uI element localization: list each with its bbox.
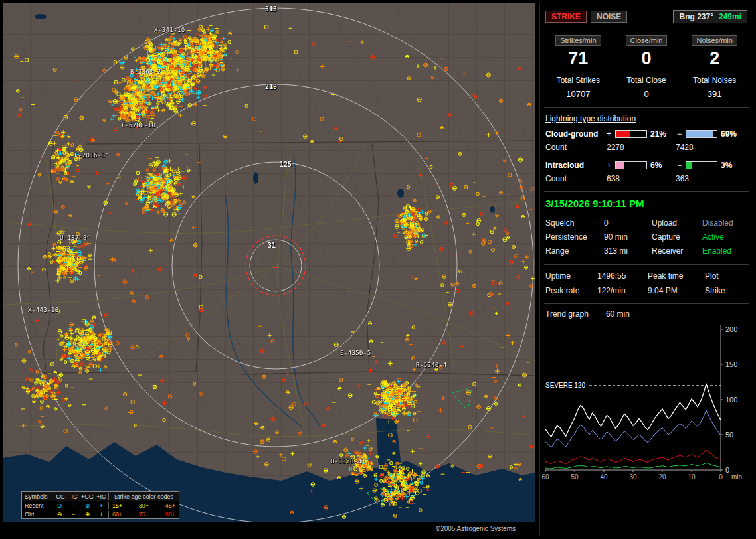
total-noises-value: 391 bbox=[680, 89, 749, 99]
range-ring-label: 313 bbox=[265, 5, 277, 13]
cg-positive-pct: 21% bbox=[650, 129, 673, 139]
storm-cell-label: U-187-8^ bbox=[60, 234, 91, 241]
y-tick-label: 200 bbox=[725, 325, 737, 333]
cg-positive-count: 2278 bbox=[607, 143, 676, 152]
ic-positive-count: 638 bbox=[607, 174, 676, 183]
y-tick-label: 150 bbox=[725, 360, 737, 368]
distribution-title: Lightning type distribution bbox=[540, 108, 753, 127]
squelch-value: 0 bbox=[604, 218, 652, 228]
panel-header: STRIKE NOISE Bng 237° 249mi bbox=[540, 3, 753, 26]
strike-toggle-button[interactable]: STRIKE bbox=[545, 11, 587, 23]
count-label: Count bbox=[545, 143, 607, 152]
storm-cell-label: B-3363-2 bbox=[130, 68, 161, 75]
x-axis-unit: min bbox=[731, 473, 742, 481]
lightning-strikes-layer[interactable] bbox=[3, 3, 535, 522]
total-counters: Total Strikes 10707 Total Close 0 Total … bbox=[540, 69, 753, 103]
trend-series-intracloud bbox=[545, 463, 721, 468]
y-tick-label: 0 bbox=[725, 466, 729, 474]
storm-cell-label: T-5786-10 bbox=[121, 122, 155, 129]
squelch-label: Squelch bbox=[545, 218, 604, 228]
range-ring-label: 219 bbox=[265, 83, 277, 90]
noises-per-min-value: 2 bbox=[680, 48, 749, 69]
ic-positive-icon: + bbox=[94, 511, 108, 518]
trend-series-total-strike-rate bbox=[545, 384, 721, 437]
x-tick-label: 50 bbox=[571, 473, 579, 481]
ic-negative-bar bbox=[686, 161, 717, 169]
age-code: 75+ bbox=[139, 511, 149, 518]
trend-graph-label: Trend graph bbox=[545, 309, 589, 319]
peak-time-label: Peak time bbox=[648, 271, 705, 281]
range-ring-label: 31 bbox=[268, 242, 276, 249]
intracloud-row: Intracloud + 6% − 3% bbox=[540, 159, 753, 172]
strikes-per-min-label: Strikes/min bbox=[555, 35, 601, 46]
noise-toggle-button[interactable]: NOISE bbox=[591, 11, 627, 23]
ic-negative-icon: − bbox=[66, 502, 80, 509]
x-tick-label: 60 bbox=[541, 473, 549, 481]
cg-positive-bar bbox=[615, 130, 647, 138]
trend-window-value: 60 min bbox=[606, 309, 630, 319]
uptime-label: Uptime bbox=[545, 271, 597, 281]
session-info: Uptime 1496:55 Peak time Plot Peak rate … bbox=[540, 265, 753, 299]
total-strikes-value: 10707 bbox=[544, 89, 613, 99]
trend-graph: 0501001502006050403020100minSEVERE 120 bbox=[540, 320, 753, 489]
strikes-per-min-value: 71 bbox=[544, 48, 613, 69]
cg-positive-icon: ⊕ bbox=[80, 511, 94, 518]
storm-cell-label: F-2016-3^ bbox=[74, 152, 109, 159]
count-label: Count bbox=[545, 174, 607, 183]
receiver-status: Squelch 0 Upload Disabled Persistence 90… bbox=[540, 213, 753, 260]
map-legend: Symbols -CG -IC +CG +IC Strike age color… bbox=[21, 491, 179, 519]
x-tick-label: 20 bbox=[658, 473, 666, 481]
minus-sign: − bbox=[676, 161, 682, 170]
storm-cell-label: X-341-10 bbox=[154, 27, 185, 33]
peak-rate-label: Peak rate bbox=[545, 286, 597, 295]
total-close-label: Total Close bbox=[613, 76, 681, 85]
legend-col-header: -IC bbox=[66, 493, 80, 500]
distance-value: 249mi bbox=[719, 12, 741, 21]
cloud-ground-label: Cloud-ground bbox=[545, 129, 603, 139]
close-per-min-value: 0 bbox=[613, 48, 681, 69]
capture-value: Active bbox=[702, 232, 747, 242]
datetime-display: 3/15/2026 9:10:11 PM bbox=[540, 192, 753, 213]
minus-sign: − bbox=[676, 129, 682, 139]
copyright-text: ©2005 Astrogenic Systems bbox=[436, 525, 516, 532]
plus-sign: + bbox=[606, 129, 612, 139]
app-window: 313 219 125 31 X-341-10 B-3363-2 T-5786-… bbox=[0, 0, 756, 539]
cg-negative-icon: ⊖ bbox=[52, 502, 66, 509]
trend-graph-svg: 0501001502006050403020100minSEVERE 120 bbox=[541, 321, 753, 489]
upload-value: Disabled bbox=[702, 218, 747, 228]
uptime-value: 1496:55 bbox=[597, 271, 648, 281]
cg-negative-pct: 69% bbox=[721, 129, 743, 139]
trend-series-cloud-ground-negative bbox=[545, 410, 721, 447]
legend-recent-label: Recent bbox=[22, 502, 52, 509]
age-code: 90+ bbox=[165, 511, 175, 518]
cg-negative-icon: ⊖ bbox=[52, 511, 66, 518]
storm-cell-label: E-4350-5 bbox=[340, 350, 371, 356]
ic-negative-count: 363 bbox=[676, 174, 747, 183]
cg-positive-icon: ⊕ bbox=[80, 502, 94, 509]
noises-per-min-label: Noises/min bbox=[692, 35, 737, 46]
intracloud-label: Intracloud bbox=[545, 161, 603, 170]
severe-threshold-label: SEVERE 120 bbox=[545, 382, 585, 389]
lightning-map[interactable]: 313 219 125 31 X-341-10 B-3363-2 T-5786-… bbox=[3, 3, 535, 522]
y-tick-label: 50 bbox=[725, 431, 733, 439]
cg-negative-count: 7428 bbox=[676, 143, 747, 152]
copyright-bar: ©2005 Astrogenic Systems bbox=[3, 522, 535, 536]
plot-mode-value: Strike bbox=[705, 286, 747, 295]
legend-col-header: -CG bbox=[52, 493, 66, 500]
x-tick-label: 40 bbox=[600, 473, 608, 481]
trend-graph-header: Trend graph 60 min bbox=[540, 304, 753, 320]
ic-negative-icon: − bbox=[66, 511, 80, 518]
ic-positive-bar bbox=[615, 161, 647, 169]
range-label: Range bbox=[545, 246, 604, 256]
trend-series-cloud-ground-positive bbox=[545, 450, 721, 463]
persistence-value: 90 min bbox=[604, 232, 652, 242]
close-per-min-label: Close/min bbox=[626, 35, 668, 46]
persistence-label: Persistence bbox=[545, 232, 604, 242]
range-value: 313 mi bbox=[604, 246, 652, 256]
legend-col-header: +IC bbox=[94, 493, 108, 500]
age-code: 45+ bbox=[165, 502, 175, 509]
receiver-label: Receiver bbox=[652, 246, 702, 256]
upload-label: Upload bbox=[652, 218, 702, 228]
status-panel: STRIKE NOISE Bng 237° 249mi Strikes/min … bbox=[539, 3, 753, 536]
cloud-ground-row: Cloud-ground + 21% − 69% bbox=[540, 127, 753, 141]
